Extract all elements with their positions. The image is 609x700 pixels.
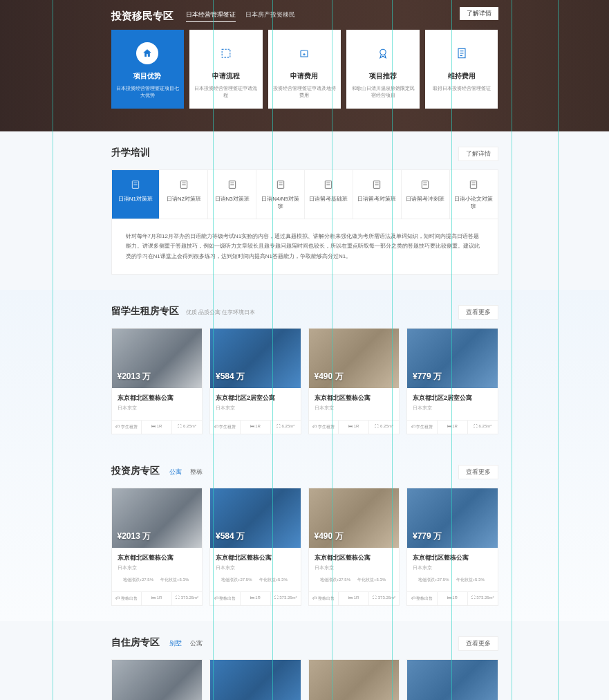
meta-rooms: 🛏 1R: [339, 421, 369, 434]
hero-immigration-section: 投资移民专区 日本经营管理签证 日本房产投资移民 了解详情 项目优势 日本投资经…: [0, 0, 609, 131]
property-location: 日本东京: [413, 564, 492, 571]
hero-card-title: 项目推荐: [350, 71, 415, 81]
meta-area: ⛶ 373.25m²: [271, 592, 301, 605]
hero-card-title: 申请流程: [194, 71, 259, 81]
property-name: 东京都北区2居室公寓: [216, 394, 295, 403]
section-rental: 留学生租房专区 优质 品质公寓 住享环境日本 查看更多 ¥2013 万 东京都北…: [111, 290, 498, 450]
property-card[interactable]: ¥2013 万 东京都北区整栋公寓 日本东京 🏷 学生租赁 🛏 1R ⛶ 6.2…: [111, 328, 203, 434]
property-card[interactable]: ¥584 万 东京都北区整栋公寓 日本东京 地値涨跌+27.5%年化收益+5.3…: [209, 488, 301, 606]
property-location: 日本东京: [216, 405, 295, 412]
property-price: ¥490 万: [315, 371, 344, 383]
hero-card-4[interactable]: 维持费用 取得日本投资经营管理签证: [425, 30, 498, 109]
hero-card-1[interactable]: 申请流程 日本投资经营管理签证申请流程: [189, 30, 263, 109]
property-image: ¥584 万: [210, 488, 301, 548]
property-location: 日本东京: [413, 405, 492, 412]
tab-icon: [419, 178, 431, 191]
hero-tab-visa[interactable]: 日本经营管理签证: [186, 10, 236, 22]
property-card[interactable]: ¥490 万 东京都北区整栋公寓 日本东京 地値涨跌+27.5%年化收益+5.3…: [308, 488, 400, 606]
hero-card-2[interactable]: 申请费用 投资经营管理签证申请及地持费用: [268, 30, 341, 109]
rental-more-button[interactable]: 查看更多: [458, 305, 498, 320]
self-filter-apartment[interactable]: 公寓: [190, 639, 203, 648]
self-filter-villa[interactable]: 别墅: [169, 639, 182, 648]
tab-icon: [274, 178, 287, 191]
meta-rooms: 🛏 1R: [241, 421, 271, 434]
property-name: 东京都北区整栋公寓: [413, 553, 492, 562]
stat-yield: 年化收益+5.3%: [456, 577, 485, 583]
property-card[interactable]: ¥2013 万 东京都北区整栋公寓 日本东京 地値涨跌+27.5%年化收益+5.…: [111, 488, 203, 606]
study-tab-3[interactable]: 日语N4/N5对策班: [256, 170, 305, 219]
property-meta: 🏷 整栋出售 🛏 1R ⛶ 373.25m²: [309, 591, 400, 605]
meta-rooms: 🛏 1R: [142, 421, 172, 434]
invest-filter-apartment[interactable]: 公寓: [169, 468, 182, 477]
hero-card-title: 维持费用: [429, 71, 494, 81]
tab-label: 日语留考冲刺班: [404, 195, 447, 203]
property-location: 日本东京: [315, 564, 394, 571]
property-card[interactable]: ¥584 万 东京都北区2居室公寓 日本东京 🏷 学生租赁 🛏 1R ⛶ 6.2…: [209, 328, 301, 434]
self-filters: 别墅 公寓: [169, 639, 203, 648]
property-meta: 🏷 学生租赁 🛏 1R ⛶ 6.25m²: [407, 420, 498, 434]
stat-land: 地値涨跌+27.5%: [418, 577, 449, 583]
meta-tag: 🏷 学生租赁: [309, 421, 339, 434]
study-tab-2[interactable]: 日语N3对策班: [208, 170, 256, 219]
stat-land: 地値涨跌+27.5%: [320, 577, 351, 583]
study-tab-0[interactable]: 日语N1对策班: [112, 170, 160, 219]
stat-yield: 年化收益+5.3%: [357, 577, 386, 583]
property-name: 东京都北区2居室公寓: [413, 394, 492, 403]
property-card[interactable]: ¥779 万 东京都北区2居室公寓 日本东京 🏷 自住别墅 🛏 2室2厅 ⛶ 3…: [406, 659, 498, 700]
property-meta: 🏷 整栋出售 🛏 1R ⛶ 373.25m²: [112, 591, 203, 605]
property-card[interactable]: ¥779 万 东京都北区整栋公寓 日本东京 地値涨跌+27.5%年化收益+5.3…: [406, 488, 498, 606]
hero-card-icon: [372, 42, 394, 64]
study-tab-content: 针对每年7月和12月举办的日语能力等级考试N1实验的内容，通过真题模拟、讲解分析…: [111, 219, 498, 275]
hero-card-0[interactable]: 项目优势 日本投资经营管理签证项目七大优势: [111, 30, 185, 109]
self-title: 自住房专区: [111, 636, 160, 649]
hero-card-3[interactable]: 项目推荐 和歌山日清川温泉旅馆限定民宿经营项目: [346, 30, 420, 109]
tab-label: 日语N4/N5对策班: [259, 195, 301, 210]
rental-title: 留学生租房专区: [111, 305, 179, 317]
hero-more-button[interactable]: 了解详情: [460, 7, 498, 20]
property-meta: 🏷 学生租赁 🛏 1R ⛶ 6.25m²: [112, 420, 203, 434]
hero-card-desc: 日本投资经营管理签证申请流程: [194, 85, 259, 99]
study-tab-5[interactable]: 日语留考对策班: [353, 170, 402, 219]
property-card[interactable]: ¥584 万 东京都北区2居室公寓 日本东京 🏷 自住别墅 🛏 2室2厅 ⛶ 3…: [209, 659, 301, 700]
stat-yield: 年化收益+5.3%: [160, 577, 189, 583]
property-card[interactable]: ¥490 万 东京都北区整栋公寓 日本东京 🏷 学生租赁 🛏 1R ⛶ 6.25…: [308, 328, 400, 434]
hero-card-desc: 取得日本投资经营管理签证: [429, 85, 494, 92]
property-location: 日本东京: [118, 564, 197, 571]
hero-card-icon: [293, 42, 315, 64]
property-image: ¥584 万: [210, 329, 301, 388]
meta-area: ⛶ 373.25m²: [172, 592, 202, 605]
study-tab-7[interactable]: 日语小论文对策班: [450, 170, 498, 219]
property-name: 东京都北区整栋公寓: [118, 394, 197, 403]
meta-area: ⛶ 373.25m²: [468, 592, 498, 605]
invest-filter-building[interactable]: 整栋: [190, 468, 203, 477]
property-meta: 🏷 整栋出售 🛏 1R ⛶ 373.25m²: [407, 591, 498, 605]
tab-icon: [371, 178, 383, 191]
meta-tag: 🏷 学生租赁: [407, 421, 438, 434]
study-more-button[interactable]: 了解详情: [458, 147, 498, 161]
property-card[interactable]: ¥490 万 东京都北区整栋公寓 日本东京 🏷 自住别墅 🛏 2室2厅 ⛶ 37…: [308, 659, 400, 700]
property-card[interactable]: ¥2013 万 东京都北区整栋公寓 日本东京 🏷 自住别墅 🛏 2室2厅 ⛶ 3…: [111, 659, 203, 700]
meta-tag: 🏷 整栋出售: [407, 592, 438, 605]
study-tab-4[interactable]: 日语留考基础班: [305, 170, 353, 219]
self-more-button[interactable]: 查看更多: [458, 636, 498, 651]
property-location: 日本东京: [315, 405, 394, 412]
meta-tag: 🏷 整栋出售: [309, 592, 339, 605]
tab-icon: [467, 178, 480, 191]
hero-card-icon: [215, 42, 237, 64]
meta-rooms: 🛏 1R: [438, 421, 468, 434]
study-tab-6[interactable]: 日语留考冲刺班: [402, 170, 450, 219]
meta-rooms: 🛏 1R: [142, 592, 172, 605]
tab-icon: [226, 178, 238, 191]
property-image: ¥2013 万: [112, 329, 203, 388]
property-image: ¥490 万: [309, 488, 400, 548]
property-card[interactable]: ¥779 万 东京都北区2居室公寓 日本东京 🏷 学生租赁 🛏 1R ⛶ 6.2…: [406, 328, 498, 434]
study-tab-1[interactable]: 日语N2对策班: [160, 170, 208, 219]
hero-tab-property[interactable]: 日本房产投资移民: [245, 10, 295, 22]
property-price: ¥779 万: [413, 531, 442, 542]
property-image: ¥779 万: [407, 488, 498, 548]
rental-subtitle: 优质 品质公寓 住享环境日本: [186, 308, 255, 316]
meta-area: ⛶ 6.25m²: [468, 421, 498, 434]
meta-area: ⛶ 373.25m²: [369, 592, 399, 605]
invest-more-button[interactable]: 查看更多: [458, 465, 498, 479]
property-image: ¥490 万: [309, 660, 400, 700]
